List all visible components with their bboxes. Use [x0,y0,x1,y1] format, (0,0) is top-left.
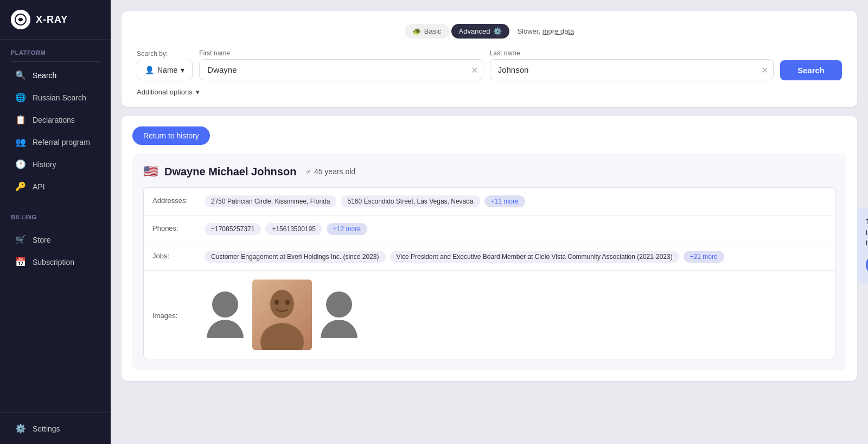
sidebar-item-search[interactable]: 🔍 Search [4,65,106,86]
sidebar-item-api-label: API [33,182,45,191]
search-full-profile-button[interactable]: Search full profile [866,255,868,275]
address-tag-1: 5160 Escondido Street, Las Vegas, Nevada [341,195,480,207]
billing-label: Billing [0,204,111,224]
tooltip-text: The displayed data is incomplete, click … [866,218,868,247]
profile-age: 45 years old [314,167,355,176]
first-name-input[interactable] [199,59,483,80]
incomplete-data-tooltip: The displayed data is incomplete, click … [857,208,868,283]
jobs-more[interactable]: +21 more [684,251,724,263]
api-icon: 🔑 [15,181,26,192]
sidebar: X-RAY Platform 🔍 Search 🌐 Russian Search… [0,0,111,444]
additional-options[interactable]: Additional options ▾ [137,88,842,96]
chevron-down-icon: ▾ [196,88,200,96]
job-tag-1: Vice President and Executive Board Membe… [390,251,679,263]
logo-area: X-RAY [0,0,111,40]
last-name-clear-button[interactable]: ✕ [761,65,768,75]
sidebar-item-subscription-label: Subscription [33,258,74,267]
sidebar-item-russian-search-label: Russian Search [33,93,86,102]
billing-divider [11,226,100,226]
mode-toggle: 🐢 Basic Advanced ⚙️ Slower, more data [137,24,842,39]
last-name-input[interactable] [490,59,774,80]
sidebar-item-subscription[interactable]: 📅 Subscription [4,251,106,272]
return-to-history-button[interactable]: Return to history [132,126,210,145]
first-name-clear-button[interactable]: ✕ [471,65,478,75]
search-row: Search by: 👤 Name ▾ First name ✕ Last na… [137,49,842,80]
sidebar-item-store[interactable]: 🛒 Store [4,229,106,250]
avatar-body-2 [321,320,358,338]
advanced-icon: ⚙️ [493,27,502,35]
sidebar-item-settings-label: Settings [33,424,60,433]
sidebar-item-settings[interactable]: ⚙️ Settings [4,418,106,439]
sidebar-item-referral[interactable]: 👥 Referral program [4,131,106,153]
svg-point-5 [285,300,290,305]
sidebar-item-russian-search[interactable]: 🌐 Russian Search [4,87,106,108]
avatar-head-2 [326,291,352,318]
additional-options-label: Additional options [137,88,193,96]
search-icon: 🔍 [15,70,26,80]
search-by-field: Search by: 👤 Name ▾ [137,50,193,80]
jobs-label: Jobs: [152,251,196,260]
basic-icon: 🐢 [412,27,421,35]
logo-icon [11,10,30,29]
images-container [207,280,358,350]
search-by-value: Name [157,66,177,74]
sidebar-item-search-label: Search [33,71,56,80]
address-tag-0: 2750 Patrician Circle, Kissimmee, Florid… [205,195,336,207]
sidebar-item-declarations-label: Declarations [33,116,75,124]
sidebar-item-referral-label: Referral program [33,138,90,147]
phones-label: Phones: [152,223,196,232]
declarations-icon: 📋 [15,115,26,125]
addresses-more[interactable]: +11 more [484,195,525,207]
images-label: Images: [152,310,196,320]
avatar-head-1 [212,291,238,318]
phones-more[interactable]: +12 more [327,223,367,235]
last-name-label: Last name [490,49,774,57]
first-name-field: First name ✕ [199,49,483,80]
avatar-body-1 [207,320,244,338]
advanced-label: Advanced [459,27,490,35]
basic-label: Basic [424,27,442,35]
advanced-mode-button[interactable]: Advanced ⚙️ [451,24,510,39]
results-wrapper: 🇺🇸 Dwayne Michael Johnson ♂ 45 years old… [132,154,846,370]
svg-point-2 [270,290,294,318]
logo-text: X-RAY [36,14,68,26]
search-card: 🐢 Basic Advanced ⚙️ Slower, more data Se… [122,11,857,107]
mode-note: Slower, more data [517,27,574,35]
profile-card: 🇺🇸 Dwayne Michael Johnson ♂ 45 years old… [132,154,846,370]
profile-meta: ♂ 45 years old [305,167,355,176]
addresses-row: Addresses: 2750 Patrician Circle, Kissim… [144,188,835,215]
addresses-tags: 2750 Patrician Circle, Kissimmee, Florid… [205,195,525,207]
sidebar-bottom: ⚙️ Settings [0,413,111,444]
platform-label: Platform [0,40,111,59]
phones-tags: +17085257371 +15613500195 +12 more [205,223,367,235]
sidebar-item-history[interactable]: 🕐 History [4,154,106,175]
last-name-field: Last name ✕ [490,49,774,80]
search-by-label: Search by: [137,50,193,58]
search-by-button[interactable]: 👤 Name ▾ [137,60,193,80]
globe-icon: 🌐 [15,92,26,103]
results-card: Return to history 🇺🇸 Dwayne Michael John… [122,116,857,381]
history-icon: 🕐 [15,159,26,169]
first-name-label: First name [199,49,483,57]
basic-mode-button[interactable]: 🐢 Basic [405,24,449,39]
sidebar-item-declarations[interactable]: 📋 Declarations [4,109,106,130]
search-button[interactable]: Search [780,60,842,80]
subscription-icon: 📅 [15,257,26,267]
profile-fields: Addresses: 2750 Patrician Circle, Kissim… [143,187,835,359]
jobs-tags: Customer Engagement at Everi Holdings In… [205,251,724,263]
first-name-wrapper: ✕ [199,59,483,80]
platform-divider [11,61,100,62]
image-placeholder-1 [207,291,244,338]
profile-photo [252,280,312,350]
phone-tag-1: +15613500195 [265,223,322,235]
phones-row: Phones: +17085257371 +15613500195 +12 mo… [144,215,835,243]
main-content: 🐢 Basic Advanced ⚙️ Slower, more data Se… [111,0,868,444]
chevron-down-icon: ▾ [181,66,184,74]
gender-icon: ♂ [305,167,311,176]
addresses-label: Addresses: [152,195,196,205]
person-icon: 👤 [145,66,154,74]
sidebar-item-api[interactable]: 🔑 API [4,176,106,197]
profile-name: Dwayne Michael Johnson [164,166,296,178]
sidebar-item-store-label: Store [33,236,50,244]
last-name-wrapper: ✕ [490,59,774,80]
